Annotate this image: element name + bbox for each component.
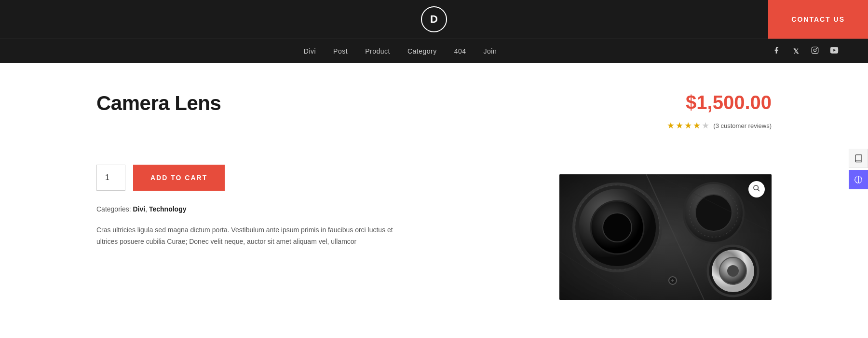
star-rating: ★ ★ ★ ★ ★ <box>667 120 709 131</box>
category-divi[interactable]: Divi <box>133 205 145 213</box>
quantity-input[interactable]: 1 <box>96 165 125 191</box>
stars-row: ★ ★ ★ ★ ★ (3 customer reviews) <box>667 120 772 131</box>
reviews-count: (3 customer reviews) <box>713 122 772 129</box>
product-image <box>559 174 772 300</box>
product-body-row: 1 ADD TO CART Categories: Divi, Technolo… <box>0 165 868 329</box>
cart-row: 1 ADD TO CART <box>96 165 521 191</box>
nav-item-post[interactable]: Post <box>333 47 348 56</box>
add-to-cart-button[interactable]: ADD TO CART <box>133 165 225 191</box>
product-image-column <box>559 165 772 300</box>
svg-point-16 <box>727 265 739 277</box>
svg-point-8 <box>603 213 632 242</box>
product-pricing-block: $1,500.00 ★ ★ ★ ★ ★ (3 customer reviews) <box>667 92 772 145</box>
categories-label: Categories: <box>96 205 131 213</box>
sidebar-widget-book[interactable] <box>849 149 868 168</box>
star-2: ★ <box>676 120 683 131</box>
site-logo[interactable]: D <box>421 6 447 32</box>
nav-links: Divi Post Product Category 404 Join <box>304 47 497 56</box>
nav-item-join[interactable]: Join <box>484 47 497 56</box>
sidebar-widget-brain[interactable] <box>849 170 868 189</box>
zoom-icon <box>753 184 760 194</box>
youtube-icon[interactable] <box>829 47 839 56</box>
facebook-icon[interactable] <box>772 46 781 56</box>
social-icons: 𝕏 <box>772 46 839 56</box>
product-price: $1,500.00 <box>667 92 772 113</box>
instagram-icon[interactable] <box>810 46 820 56</box>
nav-item-divi[interactable]: Divi <box>304 47 316 56</box>
image-zoom-button[interactable] <box>748 181 765 197</box>
svg-line-23 <box>758 189 760 191</box>
top-bar: D CONTACT US <box>0 0 868 39</box>
svg-rect-0 <box>812 47 818 53</box>
contact-button[interactable]: CONTACT US <box>768 0 868 39</box>
nav-item-category[interactable]: Category <box>407 47 437 56</box>
nav-item-404[interactable]: 404 <box>454 47 466 56</box>
star-3: ★ <box>684 120 692 131</box>
twitter-x-icon[interactable]: 𝕏 <box>791 47 800 55</box>
categories-row: Categories: Divi, Technology <box>96 205 521 213</box>
category-technology[interactable]: Technology <box>149 205 187 213</box>
star-4: ★ <box>693 120 701 131</box>
logo-letter: D <box>430 13 438 26</box>
product-header-row: Camera Lens $1,500.00 ★ ★ ★ ★ ★ (3 custo… <box>0 63 868 165</box>
svg-point-12 <box>695 195 732 231</box>
product-details-column: 1 ADD TO CART Categories: Divi, Technolo… <box>96 165 521 248</box>
camera-lens-svg <box>559 174 772 300</box>
star-1: ★ <box>667 120 675 131</box>
star-5: ★ <box>702 120 709 131</box>
product-image-wrap <box>559 174 772 300</box>
svg-point-22 <box>754 185 758 190</box>
svg-point-2 <box>816 48 817 48</box>
nav-item-product[interactable]: Product <box>365 47 390 56</box>
sidebar-widgets <box>849 149 868 189</box>
svg-point-1 <box>814 49 816 51</box>
product-description: Cras ultricies ligula sed magna dictum p… <box>96 225 405 248</box>
product-title: Camera Lens <box>96 92 221 115</box>
nav-bar: Divi Post Product Category 404 Join 𝕏 <box>0 39 868 63</box>
